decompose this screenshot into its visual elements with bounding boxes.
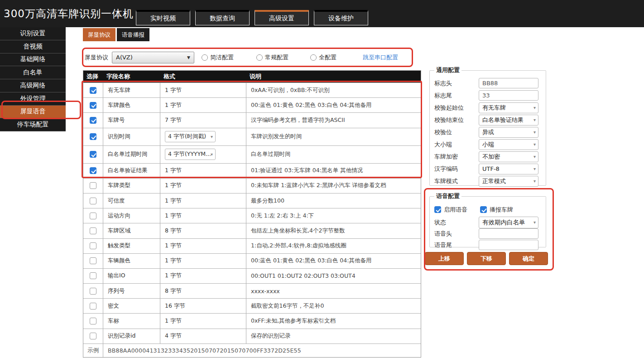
- config-mode-radio-simple[interactable]: 简洁配置: [202, 53, 234, 62]
- format-cell: 1 字节: [160, 83, 246, 97]
- config-field-label: 校验位: [433, 128, 479, 136]
- subtab[interactable]: 屏显协议: [83, 28, 115, 41]
- format-cell: 8 字节: [160, 223, 246, 238]
- row-checkbox[interactable]: [90, 227, 96, 234]
- table-row: 白名单验证结果 1 字节 01:验证通过 03:无车牌 04:黑名单 其他情况: [83, 163, 421, 178]
- serial-config-link[interactable]: 跳至串口配置: [363, 53, 398, 62]
- row-checkbox[interactable]: [90, 272, 96, 279]
- config-field-control[interactable]: 有效期内白名单: [479, 217, 538, 228]
- row-checkbox[interactable]: [90, 151, 96, 158]
- config-field-control[interactable]: 正常模式: [479, 176, 538, 187]
- config-field-label: 状态: [433, 218, 479, 227]
- format-cell: 8 字节: [160, 284, 246, 298]
- row-checkbox[interactable]: [90, 242, 96, 249]
- row-checkbox[interactable]: [90, 182, 96, 189]
- config-field-control[interactable]: 33: [479, 90, 538, 101]
- sidebar-item[interactable]: 白名单: [0, 66, 66, 79]
- nav-tab[interactable]: 高级设置: [255, 10, 309, 25]
- sidebar-item[interactable]: 高级网络: [0, 79, 66, 92]
- app-title: 300万高清车牌识别一体机: [4, 0, 134, 27]
- format-cell: 4 字节: [160, 329, 246, 343]
- row-checkbox[interactable]: [90, 167, 96, 174]
- config-field-row: 校验位 异或: [433, 126, 542, 138]
- table-row: 车牌区域 8 字节 包括左上角坐标和长宽,4个2字节整数: [83, 223, 421, 238]
- config-mode-radio-full[interactable]: 全配置: [310, 53, 336, 62]
- format-value: 1 字节: [165, 87, 182, 94]
- subtab[interactable]: 语音播报: [117, 28, 149, 41]
- voice-checkbox-group[interactable]: 播报车牌: [480, 206, 513, 214]
- field-name-cell: 输出IO: [103, 269, 160, 283]
- config-field-control[interactable]: 小端: [479, 139, 538, 150]
- nav-tab[interactable]: 数据查询: [195, 10, 250, 25]
- row-select-cell: [83, 329, 103, 343]
- format-value: 1 字节: [165, 182, 182, 189]
- config-field-control[interactable]: 白名单验证结果: [479, 115, 538, 126]
- format-cell: 1 字节: [160, 164, 246, 178]
- voice-checkbox-group[interactable]: 启用语音: [434, 206, 467, 214]
- format-cell: 7 字节: [160, 113, 246, 127]
- format-cell: 1 字节: [160, 239, 246, 253]
- protocol-select[interactable]: A(VZ) ▼: [112, 52, 194, 63]
- config-field-control[interactable]: 不加密: [479, 151, 538, 162]
- config-field-control[interactable]: [479, 240, 538, 250]
- example-value: BB88AA0000413132333435201507072015070700…: [103, 344, 421, 357]
- row-checkbox[interactable]: [90, 102, 96, 109]
- description-cell: xxxx-xxxx: [246, 284, 421, 298]
- row-checkbox[interactable]: [90, 318, 96, 324]
- row-checkbox[interactable]: [90, 87, 96, 94]
- action-button[interactable]: 下移: [467, 252, 506, 265]
- table-row: 车牌号 7 字节 汉字编码参考文档，普通字符为ASCII: [83, 112, 421, 127]
- format-cell: 1 字节: [160, 98, 246, 112]
- format-value: 8 字节: [165, 227, 182, 235]
- config-field-control[interactable]: [479, 228, 538, 239]
- sidebar-item[interactable]: 停车场配置: [0, 118, 66, 131]
- row-checkbox[interactable]: [90, 198, 96, 204]
- row-checkbox[interactable]: [90, 333, 96, 339]
- row-select-cell: [83, 113, 103, 127]
- field-name-cell: 车牌区域: [103, 223, 160, 238]
- sidebar-item[interactable]: 音视频: [0, 40, 66, 53]
- action-buttons: 上移 下移 确定: [425, 252, 548, 265]
- voice-checkbox[interactable]: [434, 206, 441, 213]
- config-field-value: 有效期内白名单: [482, 218, 525, 227]
- sidebar-item[interactable]: 基础网络: [0, 53, 66, 67]
- sidebar-item[interactable]: 外设管理: [0, 92, 66, 106]
- sidebar: 识别设置 音视频 基础网络 白名单 高级网络 外设管理 屏显语音 停车场配置: [0, 27, 66, 131]
- nav-tab[interactable]: 设备维护: [314, 10, 368, 25]
- table-body: 有无车牌 1 字节 0xAA:可识别，0xBB:不可识别 车牌颜色 1 字节 0…: [83, 82, 421, 343]
- config-field-control[interactable]: UTF-8: [479, 164, 538, 174]
- format-cell: 16 字节: [160, 299, 246, 313]
- format-cell: 1 字节: [160, 269, 246, 283]
- row-checkbox[interactable]: [90, 303, 96, 310]
- format-value: 16 字节: [165, 302, 185, 310]
- config-field-control[interactable]: 异或: [479, 127, 538, 138]
- config-field-label: 车牌模式: [433, 177, 479, 185]
- config-field-label: 标志尾: [433, 92, 479, 100]
- action-button[interactable]: 上移: [425, 252, 464, 265]
- action-button[interactable]: 确定: [509, 252, 548, 265]
- row-select-cell: [83, 208, 103, 223]
- sidebar-item[interactable]: 屏显语音: [0, 106, 66, 119]
- row-checkbox[interactable]: [90, 117, 96, 124]
- voice-checkbox[interactable]: [480, 206, 487, 213]
- config-field-control[interactable]: 有无车牌: [479, 102, 538, 113]
- config-field-row: 大小端 小端: [433, 138, 542, 150]
- page: 300万高清车牌识别一体机 实时视频 数据查询 高级设置 设备维护 识别设置 音…: [0, 0, 644, 358]
- description-cell: 0xAA:可识别，0xBB:不可识别: [246, 83, 421, 97]
- voice-config-legend: 语音配置: [434, 192, 461, 200]
- table-row: 识别时间 4 字节(时间戳) 车牌识别发生的时间: [83, 128, 421, 145]
- protocol-label: 屏显协议: [85, 53, 108, 62]
- row-checkbox[interactable]: [90, 257, 96, 264]
- table-header-row: 选择 字段名称 格式 说明: [83, 71, 421, 82]
- description-cell: 最多分数100: [246, 194, 421, 208]
- config-mode-radio-normal[interactable]: 常规配置: [256, 53, 288, 62]
- row-checkbox[interactable]: [90, 288, 96, 295]
- config-field-control[interactable]: BB88: [479, 78, 538, 88]
- field-name-cell: 车牌类型: [103, 179, 160, 193]
- description-cell: 00:蓝色 01:黄色 02:黑色 03:白色 04:其他备用: [246, 254, 421, 268]
- voice-checkboxes: 启用语音 播报车牌: [434, 204, 542, 215]
- row-checkbox[interactable]: [90, 133, 96, 140]
- nav-tab[interactable]: 实时视频: [136, 10, 190, 25]
- sidebar-item[interactable]: 识别设置: [0, 27, 66, 40]
- row-checkbox[interactable]: [90, 213, 96, 219]
